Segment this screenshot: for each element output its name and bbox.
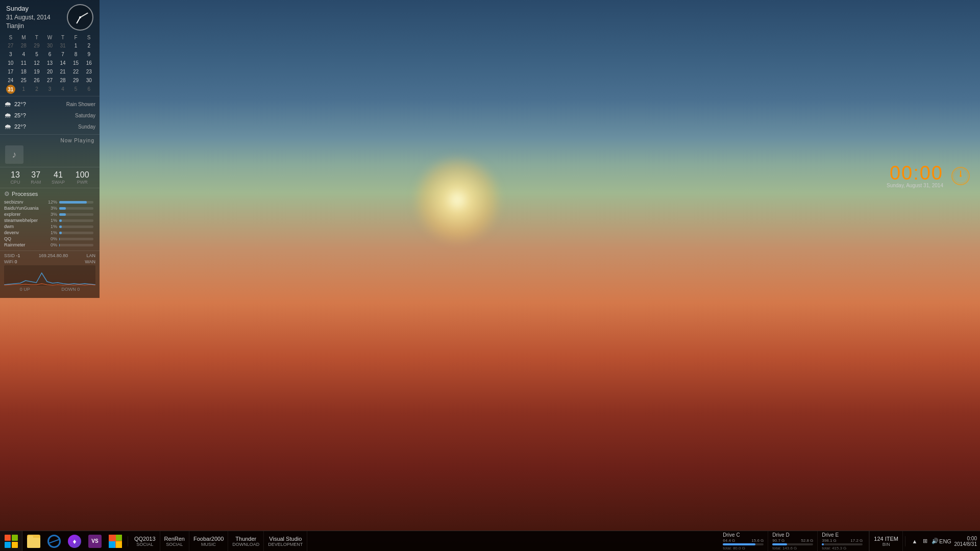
svg-point-3 (960, 175, 962, 177)
weather-icon-today: 🌧 (4, 100, 11, 108)
system-clock[interactable]: 0:00 2014/8/31 (951, 536, 977, 547)
taskbar-app-qq2013[interactable]: QQ2013 SOCIAL (130, 531, 160, 552)
network-io: 0 UP DOWN 0 (4, 287, 95, 292)
bin-count: 124 ITEM (874, 536, 898, 542)
recycle-bin[interactable]: 124 ITEM BIN (869, 531, 903, 552)
right-clock-widget: 00:00 Sunday, August 31, 2014 (887, 163, 970, 188)
drive-info: Drive C 64.4 G 15.6 G total: 80.0 G Driv… (717, 531, 869, 552)
thunder-label: Thunder (235, 536, 256, 542)
proc-secbizsrv: secbizsrv 12% (4, 199, 95, 205)
windows-logo-icon (5, 535, 18, 548)
vs-sub: DEVELOPMENT (268, 542, 303, 547)
separator-1 (128, 536, 128, 546)
processes-title: Processes (12, 191, 38, 197)
date-string: 31 August, 2014 (6, 13, 51, 22)
weather-icon-sat: 🌧 (4, 111, 11, 119)
taskbar: ♦ VS QQ2013 SOCIAL RenRen SOCIAL Foobar2… (0, 531, 980, 551)
vs-label: Visual Studio (269, 536, 302, 542)
desktop-background (0, 0, 980, 551)
tray-arrow-icon[interactable]: ▲ (911, 537, 919, 545)
analog-clock (67, 4, 93, 31)
network-section: SSID -1 169.254.80.80 LAN WiFi 0 WAN 0 U… (0, 251, 100, 294)
renren-label: RenRen (164, 536, 185, 542)
now-playing-section: Now Playing ♪ (0, 134, 100, 167)
taskbar-app-foobar[interactable]: Foobar2000 MUSIC (189, 531, 228, 552)
taskbar-app-vs[interactable]: Visual Studio DEVELOPMENT (264, 531, 307, 552)
calendar-week-2: 3 4 5 6 7 8 9 (4, 50, 95, 59)
proc-baiduyunguania: BaiduYunGuania 3% (4, 206, 95, 211)
weather-sunday: 🌧 22°? Sunday (4, 121, 95, 132)
pwr-stat: 100 PWR (76, 170, 89, 185)
start-button[interactable] (0, 531, 22, 552)
today-marker: 31 (6, 85, 15, 94)
city-name: Tianjin (6, 22, 51, 31)
taskbar-icon-ie[interactable] (44, 531, 64, 552)
thunder-sub: DOWNLOAD (232, 542, 259, 547)
tray-network-icon[interactable]: ⊞ (921, 537, 929, 545)
calendar-week-4: 17 18 19 20 21 22 23 (4, 67, 95, 76)
taskbar-icon-win8[interactable] (105, 531, 126, 552)
network-info-2: WiFi 0 WAN (4, 259, 95, 264)
stats-row: 13 CPU 37 RAM 41 SWAP 100 PWR (5, 170, 94, 185)
system-stats: 13 CPU 37 RAM 41 SWAP 100 PWR (0, 167, 100, 188)
swap-stat: 41 SWAP (52, 170, 65, 185)
date-info: Sunday 31 August, 2014 Tianjin (6, 4, 51, 31)
now-playing-label: Now Playing (5, 138, 94, 143)
ram-stat: 37 RAM (31, 170, 41, 185)
separator-tray (905, 536, 905, 546)
calendar-header: S M T W T F S (4, 35, 95, 40)
foobar-sub: MUSIC (201, 542, 216, 547)
proc-rainmeter: Rainmeter 0% (4, 242, 95, 247)
proc-dwm: dwm 1% (4, 224, 95, 229)
gear-icon: ⚙ (4, 190, 10, 197)
drive-c: Drive C 64.4 G 15.6 G total: 80.0 G (719, 531, 768, 552)
clock-minute-hand (80, 12, 88, 17)
drive-e: Drive E 398.1 G 17.2 G total: 415.3 G (818, 531, 867, 552)
clock-time: 0:00 (967, 536, 977, 541)
taskbar-app-renren[interactable]: RenRen SOCIAL (160, 531, 189, 552)
calendar-week-5: 24 25 26 27 28 29 30 (4, 76, 95, 85)
proc-explorer: explorer 3% (4, 212, 95, 217)
calendar: S M T W T F S 27 28 29 30 31 1 2 3 4 5 6… (0, 33, 100, 96)
drive-d: Drive D 90.7 G 52.8 G total: 143.6 G (768, 531, 818, 552)
cpu-stat: 13 CPU (10, 170, 20, 185)
proc-steamwebhelper: steamwebhelper 1% (4, 218, 95, 223)
proc-devenv: devenv 1% (4, 230, 95, 235)
renren-sub: SOCIAL (166, 542, 183, 547)
qq2013-sub: SOCIAL (136, 542, 153, 547)
weather-section: 🌧 22°? Rain Shower 🌧 25°? Saturday 🌧 22°… (0, 96, 100, 134)
calendar-week-3: 10 11 12 13 14 15 16 (4, 59, 95, 67)
weather-icon-sun: 🌧 (4, 122, 11, 131)
calendar-week-6: 31 1 2 3 4 5 6 (4, 85, 95, 94)
tray-speaker-icon[interactable]: 🔊 (931, 537, 939, 545)
now-playing-content: ♪ (5, 145, 94, 164)
right-clock-time: 00:00 (890, 163, 943, 183)
system-tray: ▲ ⊞ 🔊 ENG 0:00 2014/8/31 (908, 536, 980, 547)
network-info: SSID -1 169.254.80.80 LAN (4, 253, 95, 258)
calendar-week-1: 27 28 29 30 31 1 2 (4, 41, 95, 50)
weather-today: 🌧 22°? Rain Shower (4, 98, 95, 110)
bin-label: BIN (883, 542, 890, 547)
sun-glow (411, 154, 503, 246)
processes-section: ⚙ Processes secbizsrv 12% BaiduYunGuania… (0, 188, 100, 251)
taskbar-app-thunder[interactable]: Thunder DOWNLOAD (228, 531, 264, 552)
clock-date: 2014/8/31 (954, 541, 977, 547)
taskbar-icon-folder[interactable] (23, 531, 44, 552)
network-graph (4, 265, 95, 286)
qq2013-label: QQ2013 (134, 536, 156, 542)
foobar-label: Foobar2000 (193, 536, 224, 542)
taskbar-icon-vs[interactable]: VS (85, 531, 105, 552)
taskbar-icon-app3[interactable]: ♦ (64, 531, 85, 552)
day-name: Sunday (6, 4, 51, 13)
proc-qq: QQ 0% (4, 236, 95, 241)
right-clock-day: Sunday, August 31, 2014 (887, 183, 943, 188)
clock-center-dot (79, 16, 81, 18)
weather-saturday: 🌧 25°? Saturday (4, 110, 95, 121)
right-analog-clock (951, 167, 970, 185)
tray-lang-icon[interactable]: ENG (941, 537, 949, 545)
processes-header: ⚙ Processes (4, 190, 95, 197)
sidebar-widget: Sunday 31 August, 2014 Tianjin S M T W T… (0, 0, 100, 298)
album-art: ♪ (5, 145, 23, 164)
clock-section: Sunday 31 August, 2014 Tianjin (0, 0, 100, 33)
